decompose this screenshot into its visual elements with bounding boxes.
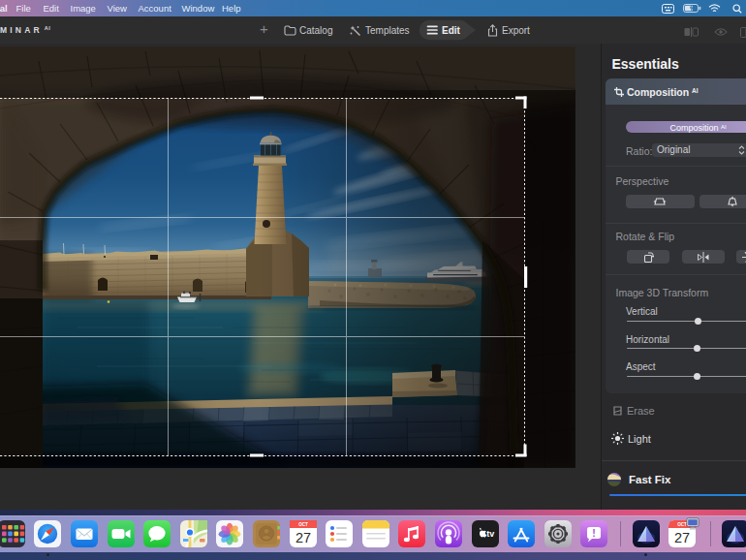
- svg-text:27: 27: [295, 530, 311, 545]
- svg-text:OCT: OCT: [298, 522, 308, 527]
- svg-text:27: 27: [674, 530, 690, 545]
- svg-text:tv: tv: [486, 529, 494, 539]
- svg-text:!: !: [593, 527, 597, 539]
